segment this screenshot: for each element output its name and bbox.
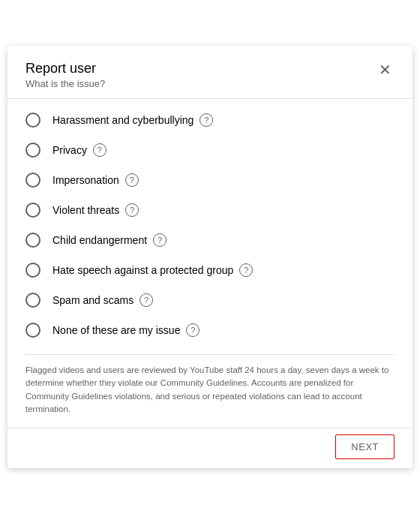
radio-none[interactable]: [26, 323, 40, 338]
report-dialog: Report user What is the issue? ✕ Harassm…: [8, 46, 412, 468]
option-spam-scams[interactable]: Spam and scams ?: [26, 285, 394, 315]
dialog-subtitle: What is the issue?: [26, 78, 105, 89]
option-label-child-endangerment: Child endangerment ?: [52, 233, 166, 247]
dialog-header: Report user What is the issue? ✕: [26, 61, 394, 89]
option-child-endangerment[interactable]: Child endangerment ?: [26, 225, 394, 255]
option-hate-speech[interactable]: Hate speech against a protected group ?: [26, 255, 394, 285]
help-icon-spam-scams[interactable]: ?: [140, 293, 153, 307]
option-label-harassment: Harassment and cyberbullying ?: [52, 113, 213, 127]
option-label-impersonation: Impersonation ?: [52, 173, 139, 187]
help-icon-hate-speech[interactable]: ?: [239, 263, 253, 277]
option-harassment[interactable]: Harassment and cyberbullying ?: [26, 105, 394, 135]
options-list: Harassment and cyberbullying ? Privacy ?…: [26, 99, 394, 351]
dialog-footer: NEXT: [8, 428, 412, 468]
title-block: Report user What is the issue?: [26, 61, 105, 89]
option-violent-threats[interactable]: Violent threats ?: [26, 195, 394, 225]
option-label-privacy: Privacy ?: [52, 143, 106, 157]
footer-text: Flagged videos and users are reviewed by…: [26, 354, 394, 428]
help-icon-violent-threats[interactable]: ?: [125, 203, 139, 217]
radio-hate-speech[interactable]: [26, 263, 40, 278]
next-button[interactable]: NEXT: [335, 434, 394, 459]
dialog-title: Report user: [26, 61, 105, 77]
radio-child-endangerment[interactable]: [26, 233, 40, 248]
option-none[interactable]: None of these are my issue ?: [26, 315, 394, 345]
help-icon-none[interactable]: ?: [186, 323, 200, 337]
radio-spam-scams[interactable]: [26, 293, 40, 308]
help-icon-impersonation[interactable]: ?: [125, 173, 139, 187]
option-label-hate-speech: Hate speech against a protected group ?: [52, 263, 253, 277]
option-label-spam-scams: Spam and scams ?: [52, 293, 153, 307]
close-button[interactable]: ✕: [376, 59, 394, 80]
option-impersonation[interactable]: Impersonation ?: [26, 165, 394, 195]
option-privacy[interactable]: Privacy ?: [26, 135, 394, 165]
option-label-none: None of these are my issue ?: [52, 323, 200, 337]
radio-violent-threats[interactable]: [26, 203, 40, 218]
radio-privacy[interactable]: [26, 143, 40, 158]
radio-impersonation[interactable]: [26, 173, 40, 188]
help-icon-child-endangerment[interactable]: ?: [153, 233, 166, 247]
option-label-violent-threats: Violent threats ?: [52, 203, 139, 217]
help-icon-privacy[interactable]: ?: [93, 143, 106, 157]
radio-harassment[interactable]: [26, 113, 40, 128]
help-icon-harassment[interactable]: ?: [200, 113, 213, 127]
